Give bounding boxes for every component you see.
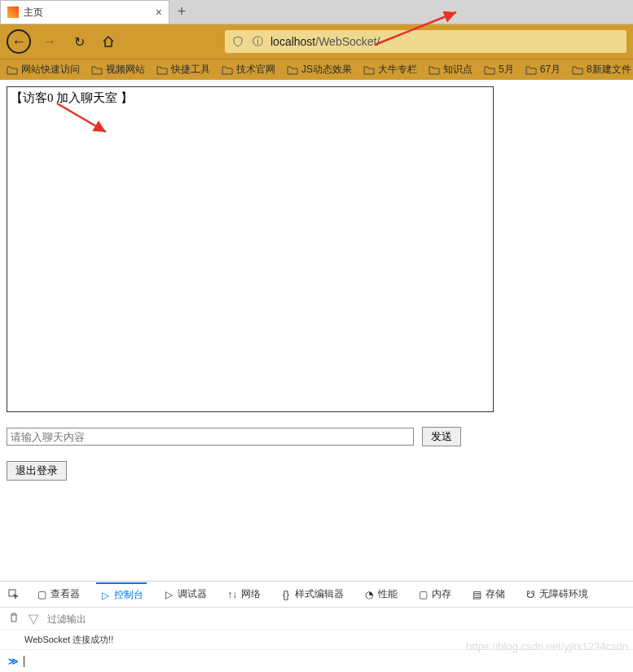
tab-label: 控制台 <box>114 588 143 602</box>
tab-memory[interactable]: ▢内存 <box>414 582 455 607</box>
chat-message: 【访客0 加入聊天室 】 <box>11 90 490 106</box>
console-prompt[interactable]: ≫ <box>0 649 633 672</box>
memory-icon: ▢ <box>417 589 429 600</box>
chat-input-row: 发送 <box>7 427 626 446</box>
folder-icon <box>572 65 583 75</box>
bookmark-item[interactable]: 网站快速访问 <box>7 63 80 77</box>
bookmark-label: 知识点 <box>443 63 473 77</box>
home-icon <box>102 35 115 48</box>
bookmark-label: 网站快速访问 <box>21 63 80 77</box>
home-button[interactable] <box>98 31 119 52</box>
info-icon: ⓘ <box>251 35 264 48</box>
network-icon: ↑↓ <box>226 589 238 600</box>
bookmark-label: 视频网站 <box>106 63 145 77</box>
cursor <box>24 656 24 667</box>
tab-debugger[interactable]: ▷调试器 <box>160 582 210 607</box>
watermark: https://blog.csdn.net/yjltx1234csdn <box>466 640 628 652</box>
bookmark-item[interactable]: 67月 <box>525 63 560 77</box>
tab-label: 存储 <box>486 587 505 601</box>
browser-toolbar: ← → ↻ ⓘ localhost/WebSocket/ <box>0 24 633 59</box>
console-icon: ▷ <box>99 590 111 601</box>
close-icon[interactable]: × <box>156 6 162 19</box>
folder-icon <box>525 65 537 75</box>
chat-output: 【访客0 加入聊天室 】 <box>7 86 494 412</box>
filter-input[interactable] <box>47 613 169 625</box>
bookmark-label: 快捷工具 <box>171 63 210 77</box>
box-icon: ▢ <box>36 589 47 600</box>
bookmark-label: 5月 <box>499 63 514 77</box>
bookmark-item[interactable]: 快捷工具 <box>156 63 210 77</box>
storage-icon: ▤ <box>471 589 482 600</box>
tab-inspector[interactable]: ▢查看器 <box>33 582 83 607</box>
devtools-panel: ▢查看器 ▷控制台 ▷调试器 ↑↓网络 {}样式编辑器 ◔性能 ▢内存 ▤存储 … <box>0 581 633 672</box>
tab-label: 内存 <box>432 587 451 601</box>
send-button[interactable]: 发送 <box>422 427 461 446</box>
tab-title: 主页 <box>24 6 43 20</box>
tab-strip: 主页 × + <box>0 0 633 24</box>
url-text: localhost/WebSocket/ <box>270 35 380 48</box>
tab-console[interactable]: ▷控制台 <box>96 582 147 607</box>
tab-label: 无障碍环境 <box>539 587 588 601</box>
bookmark-item[interactable]: 视频网站 <box>91 63 145 77</box>
tab-accessibility[interactable]: ☋无障碍环境 <box>521 582 591 607</box>
folder-icon <box>91 65 103 75</box>
bookmark-item[interactable]: 5月 <box>484 63 514 77</box>
bookmark-item[interactable]: 技术官网 <box>222 63 275 77</box>
folder-icon <box>222 65 233 75</box>
devtools-tabs: ▢查看器 ▷控制台 ▷调试器 ↑↓网络 {}样式编辑器 ◔性能 ▢内存 ▤存储 … <box>0 582 633 608</box>
back-button[interactable]: ← <box>7 29 31 54</box>
forward-button[interactable]: → <box>39 31 60 52</box>
bookmark-label: JS动态效果 <box>301 63 352 77</box>
bookmark-item[interactable]: 知识点 <box>429 63 473 77</box>
bookmark-item[interactable]: 大牛专栏 <box>363 63 417 77</box>
folder-icon <box>7 65 18 75</box>
logout-button[interactable]: 退出登录 <box>7 461 67 481</box>
chat-input[interactable] <box>7 428 414 446</box>
new-tab-button[interactable]: + <box>169 0 194 24</box>
bookmark-item[interactable]: 8新建文件 <box>572 63 631 77</box>
tab-network[interactable]: ↑↓网络 <box>223 582 264 607</box>
trash-icon[interactable] <box>8 612 20 626</box>
devtools-filter-row: ▽ <box>0 608 633 630</box>
tab-label: 调试器 <box>178 587 207 601</box>
debugger-icon: ▷ <box>163 589 174 600</box>
bookmark-label: 8新建文件 <box>587 63 631 77</box>
filter-icon[interactable]: ▽ <box>28 613 39 625</box>
folder-icon <box>484 65 495 75</box>
tab-label: 性能 <box>378 587 398 601</box>
tab-performance[interactable]: ◔性能 <box>360 582 401 607</box>
page-content: 【访客0 加入聊天室 】 发送 退出登录 <box>0 80 633 487</box>
folder-icon <box>156 65 168 75</box>
picker-icon[interactable] <box>8 589 20 600</box>
braces-icon: {} <box>280 589 292 600</box>
tab-storage[interactable]: ▤存储 <box>468 582 508 607</box>
shield-icon <box>231 35 244 48</box>
prompt-icon: ≫ <box>8 656 19 667</box>
bookmark-item[interactable]: JS动态效果 <box>287 63 352 77</box>
address-bar[interactable]: ⓘ localhost/WebSocket/ <box>225 30 626 53</box>
folder-icon <box>287 65 298 75</box>
tab-style-editor[interactable]: {}样式编辑器 <box>277 582 347 607</box>
tab-label: 样式编辑器 <box>295 587 344 601</box>
browser-tab[interactable]: 主页 × <box>0 0 169 24</box>
gauge-icon: ◔ <box>363 589 375 600</box>
tab-label: 查看器 <box>51 587 80 601</box>
folder-icon <box>429 65 440 75</box>
bookmark-label: 大牛专栏 <box>378 63 417 77</box>
accessibility-icon: ☋ <box>525 589 536 600</box>
folder-icon <box>363 65 375 75</box>
bookmarks-bar: 网站快速访问 视频网站 快捷工具 技术官网 JS动态效果 大牛专栏 知识点 5月… <box>0 59 633 80</box>
bookmark-label: 技术官网 <box>236 63 275 77</box>
favicon-icon <box>7 7 19 18</box>
reload-button[interactable]: ↻ <box>68 31 90 52</box>
tab-label: 网络 <box>241 587 261 601</box>
bookmark-label: 67月 <box>540 63 560 77</box>
